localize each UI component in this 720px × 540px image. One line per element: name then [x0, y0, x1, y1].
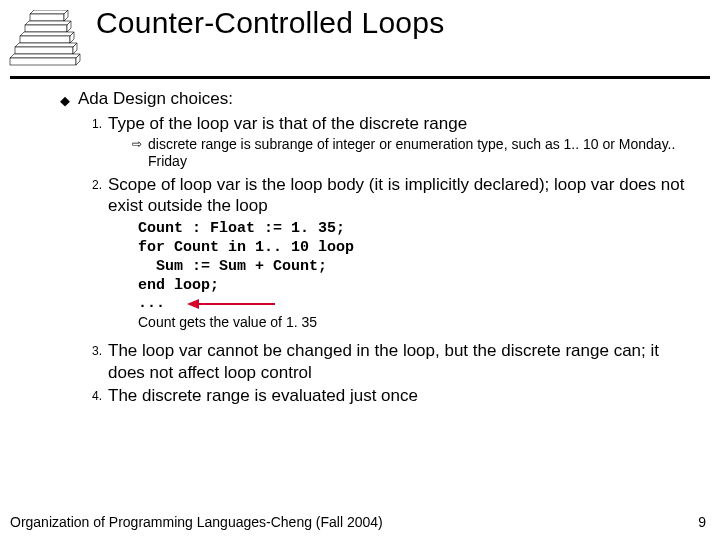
item-number: 1.: [82, 113, 102, 131]
svg-marker-3: [25, 21, 71, 25]
arrow-icon: ⇨: [132, 136, 148, 151]
ellipsis: ...: [138, 295, 165, 312]
list-item: 1. Type of the loop var is that of the d…: [82, 113, 700, 134]
svg-marker-16: [187, 299, 199, 309]
list-item: 2. Scope of loop var is the loop body (i…: [82, 174, 700, 217]
svg-marker-6: [20, 32, 74, 36]
stacked-books-logo: [8, 10, 86, 70]
title-rule: [10, 76, 710, 79]
svg-rect-7: [20, 36, 70, 43]
footer-text: Organization of Programming Languages-Ch…: [10, 514, 383, 530]
sub-item: ⇨ discrete range is subrange of integer …: [132, 136, 690, 170]
item-number: 4.: [82, 385, 102, 403]
bullet-main: ◆ Ada Design choices:: [60, 89, 700, 109]
svg-rect-1: [30, 14, 64, 21]
left-arrow-icon: [187, 297, 277, 311]
svg-rect-4: [25, 25, 67, 32]
header: Counter-Controlled Loops: [0, 0, 720, 70]
bullet-label: Ada Design choices:: [78, 89, 233, 109]
ellipsis-row: ...: [138, 295, 700, 312]
bullet-diamond-icon: ◆: [60, 93, 78, 108]
item-number: 3.: [82, 340, 102, 358]
code-caption: Count gets the value of 1. 35: [138, 314, 700, 330]
item-text: Scope of loop var is the loop body (it i…: [108, 174, 700, 217]
svg-marker-0: [30, 10, 68, 14]
page-number: 9: [698, 514, 706, 530]
item-number: 2.: [82, 174, 102, 192]
item-text: The loop var cannot be changed in the lo…: [108, 340, 700, 383]
code-block: Count : Float := 1. 35; for Count in 1..…: [138, 220, 700, 295]
sub-item-text: discrete range is subrange of integer or…: [148, 136, 690, 170]
svg-marker-9: [15, 43, 77, 47]
item-text: The discrete range is evaluated just onc…: [108, 385, 700, 406]
list-item: 4. The discrete range is evaluated just …: [82, 385, 700, 406]
slide-title: Counter-Controlled Loops: [96, 6, 444, 40]
item-text: Type of the loop var is that of the disc…: [108, 113, 700, 134]
svg-rect-10: [15, 47, 73, 54]
list-item: 3. The loop var cannot be changed in the…: [82, 340, 700, 383]
svg-marker-12: [10, 54, 80, 58]
content: ◆ Ada Design choices: 1. Type of the loo…: [0, 89, 720, 406]
svg-rect-13: [10, 58, 76, 65]
